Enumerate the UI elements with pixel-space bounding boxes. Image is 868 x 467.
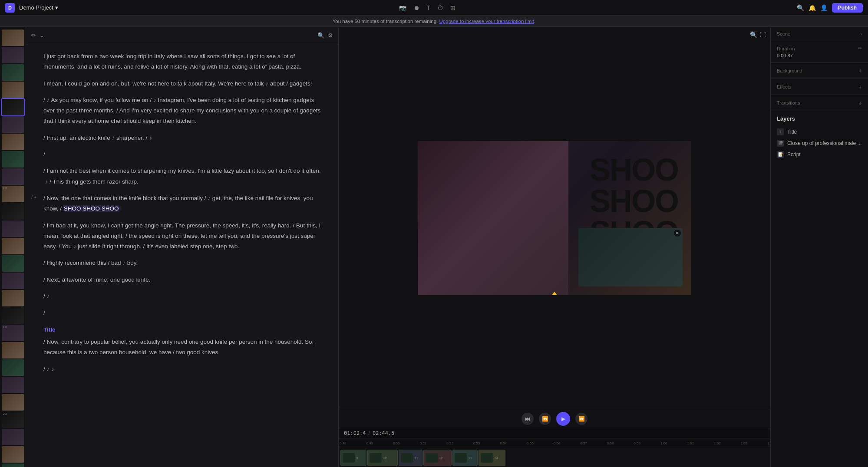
- thumbnail-item[interactable]: [2, 64, 24, 81]
- background-section: Background +: [771, 63, 868, 79]
- forward-button[interactable]: ⏩: [575, 413, 587, 425]
- preview-panel: 🔍 ⛶ SHOOSHOOSHOO ✕ ⏮ ⏪ ▶ ⏩: [339, 27, 770, 467]
- background-label-row[interactable]: Background +: [777, 67, 862, 74]
- thumbnail-item[interactable]: [2, 446, 24, 463]
- thumbnail-item[interactable]: [2, 116, 24, 133]
- thumbnail-item[interactable]: [2, 238, 24, 254]
- play-button[interactable]: ▶: [556, 412, 570, 426]
- thumbnail-item[interactable]: [2, 203, 24, 220]
- topbar-right: 🔍 🔔 👤 Publish: [797, 3, 863, 13]
- duration-section: Duration ✏ 0:00.87: [771, 41, 868, 63]
- chevron-down-icon: ▾: [55, 4, 58, 11]
- preview-search-icon[interactable]: 🔍: [750, 31, 757, 38]
- app-logo[interactable]: D: [5, 3, 15, 13]
- add-cut-marker[interactable]: / +: [31, 193, 37, 202]
- layer-item[interactable]: 🎬Close up of professional male ...: [777, 138, 862, 149]
- thumbnail-item[interactable]: [2, 82, 24, 98]
- timeline-clip[interactable]: 10: [367, 450, 398, 466]
- transcript-toolbar: ✏ ⌄ 🔍 ⚙: [26, 27, 338, 44]
- thumbnail-item[interactable]: 23: [2, 411, 24, 428]
- transcript-p3: / ♪ As you may know, if you follow me on…: [43, 95, 321, 127]
- timeline-ruler-mark: 0:54: [500, 441, 507, 445]
- duration-value: 0:00.87: [777, 53, 862, 58]
- chevron-right-icon: ›: [860, 31, 862, 36]
- effects-label-row[interactable]: Effects +: [777, 83, 862, 90]
- thumbnail-item[interactable]: [2, 30, 24, 46]
- thumbnail-item[interactable]: [2, 342, 24, 358]
- back-frame-button[interactable]: ⏪: [539, 413, 551, 425]
- thumbnail-item[interactable]: [2, 151, 24, 168]
- effects-section: Effects +: [771, 79, 868, 95]
- search-icon[interactable]: 🔍: [797, 4, 804, 11]
- thumbnail-item[interactable]: [2, 220, 24, 237]
- timeline-section: 01:02.4 / 02:44.5 0:480:490:500:510:520:…: [339, 428, 770, 467]
- layer-icon: 📝: [777, 151, 784, 158]
- thumbnail-item[interactable]: [2, 168, 24, 185]
- bell-icon[interactable]: 🔔: [809, 4, 816, 11]
- thumbnail-item[interactable]: [2, 394, 24, 411]
- layer-icon: 🎬: [777, 140, 784, 147]
- transcript-speaker-p2: / ♪ ♪: [43, 364, 321, 375]
- thumbnail-item[interactable]: [2, 377, 24, 393]
- transcript-p1: I just got back from a two week long tri…: [43, 51, 321, 72]
- pip-bg: [578, 228, 683, 286]
- project-name[interactable]: Demo Project ▾: [19, 4, 58, 11]
- thumbnail-item[interactable]: [2, 134, 24, 150]
- grid-icon[interactable]: ⊞: [450, 4, 455, 11]
- pip-close-button[interactable]: ✕: [674, 230, 681, 237]
- timeline-clip[interactable]: 11: [399, 450, 422, 466]
- thumbnail-item[interactable]: [2, 464, 24, 467]
- layers-title: Layers: [777, 115, 862, 122]
- thumbnail-item[interactable]: [2, 99, 24, 115]
- duration-edit-icon[interactable]: ✏: [858, 46, 862, 51]
- preview-fullscreen-icon[interactable]: ⛶: [760, 31, 766, 38]
- timeline-clip[interactable]: 12: [423, 450, 452, 466]
- thumbnail-item[interactable]: 18: [2, 325, 24, 341]
- layer-item[interactable]: 📝Script: [777, 149, 862, 160]
- search-transcript-icon[interactable]: 🔍: [317, 32, 324, 39]
- thumbnail-item[interactable]: [2, 47, 24, 63]
- topbar-center: 📷 ⏺ T ⏱ ⊞: [399, 4, 455, 11]
- timeline-ruler-mark: 0:50: [393, 441, 400, 445]
- chevron-down-icon[interactable]: ⌄: [40, 32, 44, 39]
- timer-icon[interactable]: ⏱: [437, 4, 443, 11]
- playhead-marker: [552, 292, 557, 295]
- timeline-ruler-mark: 0:52: [446, 441, 453, 445]
- edit-icon[interactable]: ✏: [31, 32, 36, 39]
- user-icon[interactable]: 👤: [820, 4, 828, 11]
- thumbnail-item[interactable]: [2, 429, 24, 445]
- rewind-button[interactable]: ⏮: [521, 413, 534, 425]
- timeline-clip[interactable]: 9: [340, 450, 366, 466]
- transitions-label-row[interactable]: Transitions +: [777, 99, 862, 106]
- thumbnail-item[interactable]: [2, 359, 24, 376]
- publish-button[interactable]: Publish: [832, 3, 863, 13]
- thumbnail-item[interactable]: 10: [2, 186, 24, 202]
- transcript-p8: / I'm bad at it, you know, I can't get t…: [43, 220, 321, 252]
- transcript-p2: I mean, I could go on and on, but, we're…: [43, 79, 321, 89]
- scene-label[interactable]: Scene ›: [777, 31, 862, 36]
- thumbnail-item[interactable]: [2, 307, 24, 324]
- timeline-ruler-mark: 1:00: [660, 441, 667, 445]
- timecode-display: 01:02.4 / 02:44.5: [339, 428, 770, 438]
- record-icon[interactable]: ⏺: [413, 4, 419, 11]
- thumbnail-item[interactable]: [2, 273, 24, 289]
- transitions-add-icon[interactable]: +: [858, 99, 862, 106]
- topbar-left: D Demo Project ▾: [5, 3, 58, 13]
- upgrade-link[interactable]: Upgrade to increase your transcription l…: [439, 19, 534, 24]
- background-add-icon[interactable]: +: [858, 67, 862, 74]
- timeline-clip[interactable]: 14: [479, 450, 505, 466]
- transcript-content: I just got back from a two week long tri…: [26, 44, 338, 467]
- thumbnail-item[interactable]: [2, 255, 24, 272]
- thumbnail-item[interactable]: [2, 290, 24, 306]
- topbar: D Demo Project ▾ 📷 ⏺ T ⏱ ⊞ 🔍 🔔 👤 Publish: [0, 0, 868, 16]
- layer-item[interactable]: TTitle: [777, 126, 862, 138]
- transitions-section: Transitions +: [771, 95, 868, 111]
- transcript-p9: / Highly recommend this / bad ♪ boy.: [43, 258, 321, 268]
- transcript-p12: /: [43, 308, 321, 318]
- settings-icon[interactable]: ⚙: [328, 32, 333, 39]
- text-icon[interactable]: T: [426, 4, 430, 11]
- timeline-tracks: 91011121314: [339, 447, 770, 467]
- timeline-clip[interactable]: 13: [452, 450, 478, 466]
- effects-add-icon[interactable]: +: [858, 83, 862, 90]
- camera-icon[interactable]: 📷: [399, 4, 406, 11]
